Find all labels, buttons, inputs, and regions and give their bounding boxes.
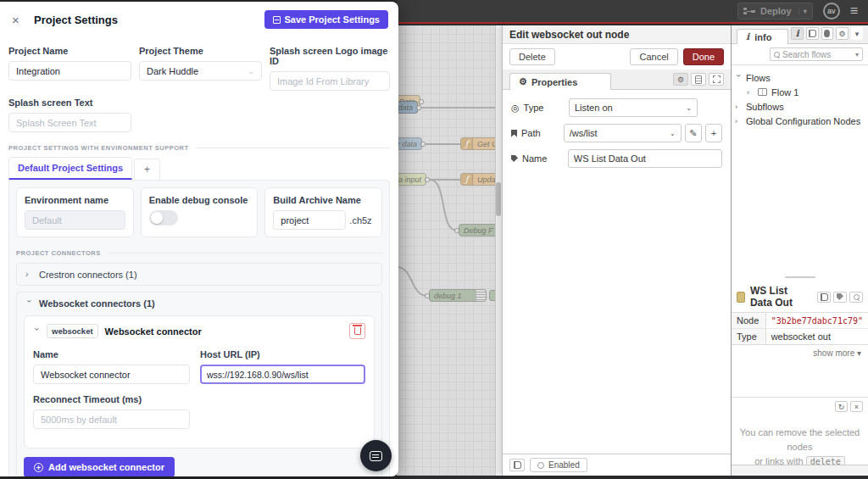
path-select[interactable]: /ws/list ⌄ [564, 124, 682, 142]
node-search-icon[interactable] [849, 292, 863, 303]
websocket-chip: websocket [47, 324, 98, 338]
tree-item-flows[interactable]: › Flows [735, 70, 865, 85]
delete-button[interactable]: Delete [509, 48, 555, 65]
tab-default-project-settings[interactable]: Default Project Settings [8, 157, 132, 180]
connector-name-label: Name [33, 349, 190, 359]
flow-scrollbar-thumb[interactable] [496, 182, 501, 216]
close-icon[interactable]: × [12, 13, 27, 27]
close-tip-icon[interactable]: × [850, 401, 863, 412]
type-select[interactable]: Listen on ⌄ [569, 98, 698, 117]
chat-fab-button[interactable] [360, 440, 392, 471]
accordion-crestron[interactable]: › Crestron connectors (1) [16, 263, 382, 286]
connector-name-input[interactable] [33, 365, 190, 384]
chat-icon [370, 451, 382, 461]
tip-line1: You can remove the selected nodes [732, 426, 868, 454]
chevron-right-icon[interactable]: › [735, 103, 742, 111]
gear-icon: ⚙ [519, 76, 527, 87]
select-caret-icon: ⌄ [248, 67, 254, 75]
archive-suffix: .ch5z [349, 215, 371, 226]
edit-panel-title: Edit websocket out node [503, 25, 731, 44]
connectors-section-divider: PROJECT CONNECTORS [16, 249, 382, 257]
accordion-websocket-header[interactable]: › Websocket connectors (1) [17, 292, 381, 314]
add-path-button[interactable]: + [705, 124, 722, 142]
node-settings-icon[interactable]: ⚙ [673, 73, 688, 86]
node-description-icon[interactable] [691, 73, 706, 86]
function-icon: ƒ [461, 174, 473, 185]
debug-console-toggle[interactable] [149, 210, 178, 226]
circle-dot-icon: ◎ [511, 103, 520, 114]
node-port[interactable] [454, 228, 459, 233]
node-port[interactable] [425, 293, 430, 298]
tab-properties[interactable]: ⚙ Properties [509, 73, 611, 90]
chevron-right-icon[interactable]: › [747, 88, 754, 97]
project-name-input[interactable] [8, 61, 131, 81]
tree-item-global-config[interactable]: › Global Configuration Nodes [735, 114, 865, 128]
chevron-right-icon[interactable]: › [735, 117, 742, 125]
node-docs-icon[interactable] [817, 292, 831, 303]
flow-node[interactable]: ata input [397, 173, 426, 186]
show-more-link[interactable]: show more ▾ [732, 345, 868, 361]
chevron-right-icon: › [25, 270, 32, 279]
node-port[interactable] [420, 142, 426, 147]
chevron-down-icon[interactable]: › [32, 328, 42, 335]
tree-item-flow1[interactable]: › Flow 1 [735, 85, 865, 99]
project-theme-label: Project Theme [139, 46, 262, 56]
type-label-row: ◎ Type [511, 103, 569, 114]
node-appearance-icon[interactable] [709, 73, 724, 86]
tab-info[interactable]: i info [737, 29, 788, 44]
host-url-label: Host URL (IP) [200, 349, 365, 359]
save-icon [273, 16, 281, 24]
tree-item-subflows[interactable]: › Subflows [735, 99, 865, 114]
build-archive-input[interactable] [273, 210, 346, 230]
node-link-icon[interactable] [833, 292, 847, 303]
reconnect-timeout-input[interactable] [33, 409, 190, 429]
chevron-down-icon: › [25, 300, 34, 307]
environment-name-label: Environment name [25, 195, 125, 205]
flow-scrollbar[interactable] [495, 25, 502, 476]
search-flows-input[interactable]: Search flows ▾ [770, 47, 863, 61]
node-port[interactable] [416, 105, 421, 110]
flow-node[interactable]: er data [397, 137, 422, 150]
node-port[interactable] [419, 99, 424, 104]
project-settings-modal: × Project Settings Save Project Settings… [0, 2, 398, 476]
sidebar-resize-grip[interactable] [732, 273, 868, 281]
build-archive-label: Build Archive Name [273, 195, 374, 205]
delete-connector-button[interactable] [349, 323, 365, 339]
flow-workspace[interactable]: r Data t data er data ƒ Get U ata input … [397, 25, 502, 476]
edit-path-button[interactable]: ✎ [685, 124, 702, 142]
node-info-book-icon[interactable] [509, 459, 525, 471]
search-caret-icon[interactable]: ▾ [855, 51, 859, 58]
doc-icon [695, 75, 702, 84]
expand-icon [713, 75, 721, 83]
project-theme-select[interactable]: Dark Huddle ⌄ [139, 61, 262, 81]
sidebar-tabs-caret-icon[interactable]: ▾ [851, 27, 863, 40]
env-section-divider: PROJECT SETTINGS WITH ENVIRONMENT SUPPOR… [8, 144, 390, 152]
node-name-input[interactable] [568, 149, 722, 168]
info-sidebar: i info i ⚙ ▾ Search flows ▾ › Flows › Fl… [731, 25, 868, 476]
add-environment-tab[interactable]: + [134, 159, 160, 180]
node-port[interactable] [425, 177, 430, 182]
done-button[interactable]: Done [683, 48, 724, 65]
refresh-tip-icon[interactable]: ↻ [835, 401, 848, 412]
flow-node-debug[interactable]: debug 1 [429, 289, 487, 302]
splash-logo-input[interactable] [270, 71, 390, 91]
sidebar-info-tab-icon[interactable]: i [791, 27, 804, 40]
reconnect-timeout-label: Reconnect Timeout (ms) [33, 394, 190, 404]
deploy-caret-icon[interactable]: ▾ [798, 8, 807, 15]
node-enabled-toggle[interactable]: Enabled [530, 458, 587, 472]
save-project-settings-button[interactable]: Save Project Settings [264, 10, 389, 29]
deploy-button[interactable]: Deploy ▾ [737, 3, 813, 19]
add-websocket-connector-button[interactable]: + Add websocket connector [24, 457, 175, 476]
chevron-down-icon[interactable]: › [734, 75, 743, 81]
node-id-value: "3b2be77dabc71c79" [771, 316, 863, 326]
main-menu-icon[interactable]: ≡ [850, 4, 858, 18]
flow-node[interactable]: t data [397, 101, 418, 114]
host-url-input[interactable] [200, 365, 365, 384]
cancel-button[interactable]: Cancel [630, 48, 677, 65]
user-avatar[interactable]: av [823, 3, 840, 19]
splash-text-input[interactable] [8, 113, 131, 132]
sidebar-help-tab-icon[interactable] [806, 27, 819, 40]
book-icon [514, 461, 521, 469]
sidebar-debug-tab-icon[interactable] [821, 27, 834, 40]
sidebar-config-tab-icon[interactable]: ⚙ [836, 27, 849, 40]
